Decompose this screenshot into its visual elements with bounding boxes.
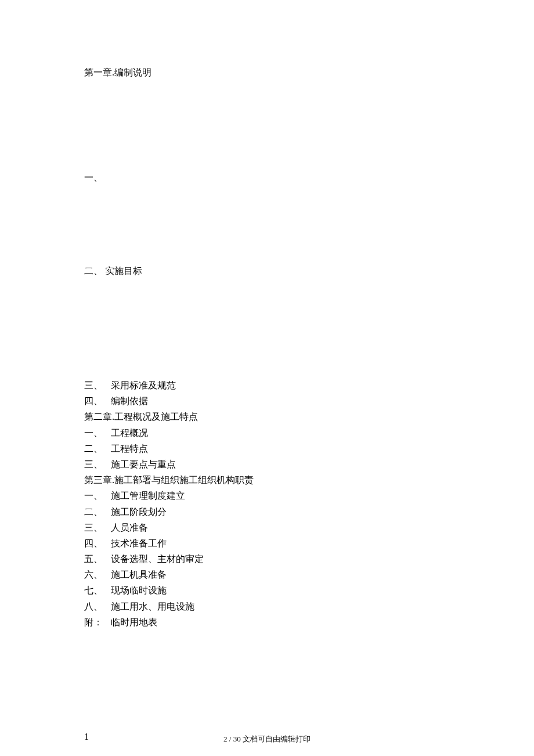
toc-item-label: 四、 (84, 393, 103, 409)
section-1-marker: 一、 (84, 172, 450, 184)
toc-item: 第三章.施工部署与组织施工组织机构职责 (84, 472, 450, 488)
toc-item: 四、技术准备工作 (84, 535, 450, 551)
toc-item: 附：临时用地表 (84, 614, 450, 630)
toc-item-label: 六、 (84, 567, 103, 582)
toc-item-label: 二、 (84, 504, 103, 520)
toc-item-text: 现场临时设施 (111, 585, 167, 595)
toc-item-label: 四、 (84, 535, 103, 551)
toc-item: 七、现场临时设施 (84, 582, 450, 598)
toc-item: 三、采用标准及规范 (84, 377, 450, 393)
toc-item-label: 三、 (84, 456, 103, 472)
toc-item-label: 一、 (84, 425, 103, 441)
toc-item-text: 第二章.工程概况及施工特点 (84, 412, 198, 422)
toc-item: 三、施工要点与重点 (84, 456, 450, 472)
toc-item-text: 施工管理制度建立 (111, 491, 185, 501)
toc-item-text: 临时用地表 (111, 617, 157, 627)
toc-list: 三、采用标准及规范四、编制依据第二章.工程概况及施工特点一、工程概况二、工程特点… (84, 377, 450, 630)
toc-item-text: 施工要点与重点 (111, 459, 176, 469)
toc-item: 六、施工机具准备 (84, 567, 450, 582)
toc-item-text: 采用标准及规范 (111, 380, 176, 390)
toc-item-text: 设备选型、主材的审定 (111, 554, 204, 564)
toc-item-text: 技术准备工作 (111, 538, 167, 548)
toc-item-label: 七、 (84, 582, 103, 598)
toc-item-label: 二、 (84, 441, 103, 456)
toc-item-label: 附： (84, 614, 103, 630)
toc-item-label: 三、 (84, 377, 103, 393)
toc-item: 八、施工用水、用电设施 (84, 599, 450, 614)
toc-item: 一、施工管理制度建立 (84, 488, 450, 503)
toc-item-label: 一、 (84, 488, 103, 503)
toc-item: 五、设备选型、主材的审定 (84, 551, 450, 567)
toc-item-text: 第三章.施工部署与组织施工组织机构职责 (84, 475, 254, 485)
toc-item: 二、施工阶段划分 (84, 504, 450, 520)
chapter-1-title: 第一章.编制说明 (84, 67, 450, 79)
page-footer: 2 / 30 文档可自由编辑打印 (0, 734, 534, 744)
toc-item-label: 三、 (84, 520, 103, 535)
toc-item-text: 编制依据 (111, 396, 148, 406)
toc-item: 第二章.工程概况及施工特点 (84, 409, 450, 424)
section-2-title: 实施目标 (105, 266, 142, 276)
toc-item-text: 人员准备 (111, 523, 148, 532)
toc-item-text: 施工阶段划分 (111, 507, 167, 517)
toc-item: 一、工程概况 (84, 425, 450, 441)
toc-item-text: 工程概况 (111, 428, 148, 438)
toc-item: 四、编制依据 (84, 393, 450, 409)
toc-item-label: 五、 (84, 551, 103, 567)
toc-item-text: 施工机具准备 (111, 570, 167, 579)
toc-item: 二、工程特点 (84, 441, 450, 456)
toc-item-text: 施工用水、用电设施 (111, 602, 194, 611)
toc-item: 三、人员准备 (84, 520, 450, 535)
section-2: 二、 实施目标 (84, 265, 450, 278)
section-2-marker: 二、 (84, 266, 103, 276)
toc-item-text: 工程特点 (111, 444, 148, 453)
document-page: 第一章.编制说明 一、 二、 实施目标 三、采用标准及规范四、编制依据第二章.工… (0, 0, 534, 742)
toc-item-label: 八、 (84, 599, 103, 614)
